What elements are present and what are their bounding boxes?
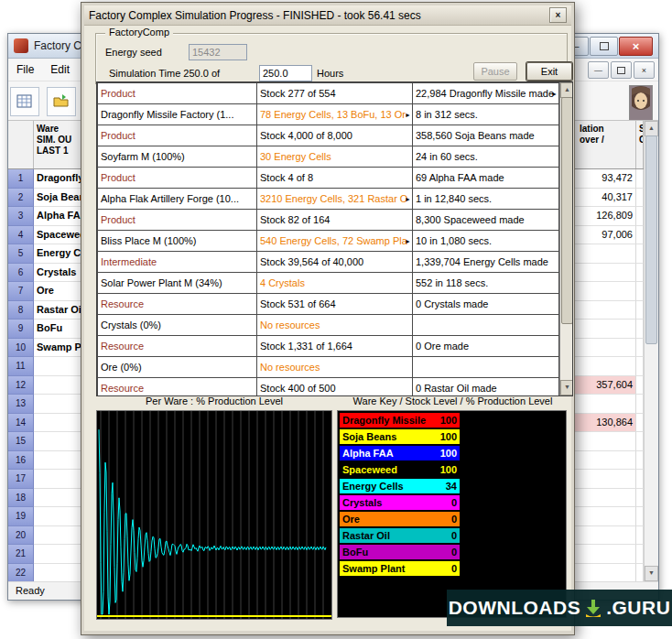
- legend-ware-value: 100: [440, 448, 457, 459]
- corner-header-cell: [8, 121, 34, 168]
- pause-button[interactable]: Pause: [473, 62, 517, 81]
- table-row: Solar Power Plant M (34%)4 Crystals552 i…: [98, 273, 559, 294]
- menu-file[interactable]: File: [8, 60, 42, 79]
- legend-ware-name: Rastar Oil: [342, 530, 390, 541]
- table-row: ResourceStock 400 of 5000 Rastar Oil mad…: [98, 378, 559, 397]
- legend-ware-name: Soja Beans: [342, 431, 396, 442]
- legend-row: BoFu0: [340, 545, 460, 559]
- ware-legend: Dragonfly Missile100Soja Beans100Alpha F…: [340, 413, 566, 576]
- legend-ware-value: 100: [440, 464, 457, 475]
- table-row: Crystals (0%)No resources: [98, 315, 559, 336]
- grid-vertical-scrollbar[interactable]: ▲ ▼: [644, 121, 658, 581]
- legend-ware-name: Crystals: [342, 497, 382, 508]
- sim-time-input[interactable]: [259, 65, 312, 81]
- legend-ware-value: 34: [446, 481, 457, 492]
- downloads-guru-watermark[interactable]: DOWNLOADS .GURU: [447, 590, 672, 626]
- groupbox-label: FactoryComp: [105, 27, 173, 38]
- legend-row: Soja Beans100: [340, 429, 460, 444]
- scroll-up-icon[interactable]: ▲: [645, 121, 658, 136]
- legend-ware-value: 0: [451, 547, 457, 558]
- energy-seed-input[interactable]: [189, 44, 247, 60]
- legend-ware-value: 100: [440, 415, 457, 426]
- table-row: ProductStock 4 of 869 Alpha FAA made: [98, 168, 559, 189]
- close-button[interactable]: ×: [619, 37, 653, 56]
- simulation-results-table: ProductStock 277 of 55422,984 Dragonfly …: [96, 81, 573, 396]
- downloads-guru-logo-icon: [583, 598, 603, 618]
- legend-ware-value: 0: [451, 514, 457, 525]
- legend-row: Dragonfly Missile100: [340, 413, 460, 428]
- table-row: ProductStock 277 of 55422,984 Dragonfly …: [98, 83, 559, 104]
- legend-ware-name: Dragonfly Missile: [342, 415, 426, 426]
- dialog-title: Factory Complex Simulation Progress - FI…: [89, 9, 421, 22]
- ware-key-title: Ware Key / Stock Level / % Production Le…: [337, 395, 569, 406]
- exit-button[interactable]: Exit: [526, 62, 572, 81]
- legend-ware-value: 0: [451, 497, 457, 508]
- legend-ware-value: 100: [440, 431, 457, 442]
- simulation-dialog: Factory Complex Simulation Progress - FI…: [81, 2, 575, 635]
- table-row: ResourceStock 1,331 of 1,6640 Ore made: [98, 336, 559, 357]
- new-table-icon: [16, 93, 33, 110]
- dialog-body: FactoryComp Energy seed Simulation Time …: [84, 26, 571, 631]
- legend-row: Alpha FAA100: [340, 446, 460, 460]
- production-level-chart: [96, 410, 332, 620]
- sim-time-label: Simulation Time 250.0 of: [109, 68, 220, 79]
- table-row: Dragonfly Missile Factory (1...78 Energy…: [98, 104, 559, 125]
- legend-ware-name: Spaceweed: [342, 464, 397, 475]
- open-folder-icon: [53, 93, 70, 110]
- table-row: Ore (0%)No resources: [98, 357, 559, 378]
- table-row: Alpha Flak Artillery Forge (10...3210 En…: [98, 189, 559, 210]
- open-file-button[interactable]: [47, 87, 76, 116]
- ware-key-panel: Dragonfly Missile100Soja Beans100Alpha F…: [337, 410, 567, 618]
- legend-ware-name: Energy Cells: [342, 481, 404, 492]
- scrollbar-thumb[interactable]: [561, 97, 573, 324]
- scroll-up-icon[interactable]: ▲: [560, 82, 573, 98]
- table-row: Soyfarm M (100%)30 Energy Cells24 in 60 …: [98, 146, 559, 168]
- chart-titles: Per Ware : % Production Level Ware Key /…: [96, 395, 573, 406]
- table-row: ProductStock 82 of 1648,300 Spaceweed ma…: [98, 210, 559, 231]
- legend-ware-value: 0: [451, 530, 457, 541]
- maximize-button[interactable]: [590, 37, 618, 56]
- table-vertical-scrollbar[interactable]: ▲ ▼: [559, 82, 573, 395]
- avatar: [629, 85, 653, 121]
- legend-ware-value: 0: [451, 563, 457, 574]
- dialog-title-bar: Factory Complex Simulation Progress - FI…: [84, 5, 571, 26]
- legend-ware-name: Ore: [342, 514, 360, 525]
- scroll-down-icon[interactable]: ▼: [560, 380, 573, 395]
- mdi-minimize-button[interactable]: —: [588, 61, 609, 79]
- legend-ware-name: Swamp Plant: [342, 563, 405, 574]
- legend-row: Ore0: [340, 512, 460, 526]
- mdi-close-button[interactable]: ×: [634, 61, 655, 79]
- dialog-close-button[interactable]: ×: [549, 7, 567, 23]
- table-row: Bliss Place M (100%)540 Energy Cells, 72…: [98, 231, 559, 252]
- watermark-text-left: DOWNLOADS: [449, 597, 581, 619]
- hours-label: Hours: [317, 68, 343, 79]
- legend-ware-name: BoFu: [342, 547, 368, 558]
- menu-edit[interactable]: Edit: [42, 60, 78, 79]
- app-icon: [14, 38, 28, 53]
- legend-row: Energy Cells34: [340, 479, 460, 493]
- mdi-restore-button[interactable]: [611, 61, 632, 79]
- narrow-column-header: S C: [636, 121, 644, 168]
- table-row: IntermediateStock 39,564 of 40,0001,339,…: [98, 252, 559, 273]
- maximize-icon: [600, 42, 609, 50]
- energy-seed-label: Energy seed: [105, 47, 162, 58]
- legend-row: Rastar Oil0: [340, 528, 460, 543]
- sim-table-body: ProductStock 277 of 55422,984 Dragonfly …: [98, 83, 559, 397]
- legend-row: Crystals0: [340, 495, 460, 510]
- scrollbar-thumb[interactable]: [645, 135, 657, 344]
- legend-row: Spaceweed100: [340, 462, 460, 477]
- legend-row: Swamp Plant0: [340, 561, 460, 576]
- production-chart-title: Per Ware : % Production Level: [96, 395, 332, 406]
- new-table-button[interactable]: [10, 87, 39, 116]
- table-row: ProductStock 4,000 of 8,000358,560 Soja …: [98, 125, 559, 146]
- mdi-child-buttons: — ×: [588, 61, 655, 79]
- scroll-down-icon[interactable]: ▼: [645, 566, 658, 581]
- legend-ware-name: Alpha FAA: [342, 448, 394, 459]
- status-text: Ready: [16, 585, 45, 596]
- watermark-text-right: .GURU: [606, 597, 670, 619]
- value-column-header: lation over /: [569, 121, 636, 168]
- restore-icon: [617, 67, 625, 74]
- table-row: ResourceStock 531 of 6640 Crystals made: [98, 294, 559, 315]
